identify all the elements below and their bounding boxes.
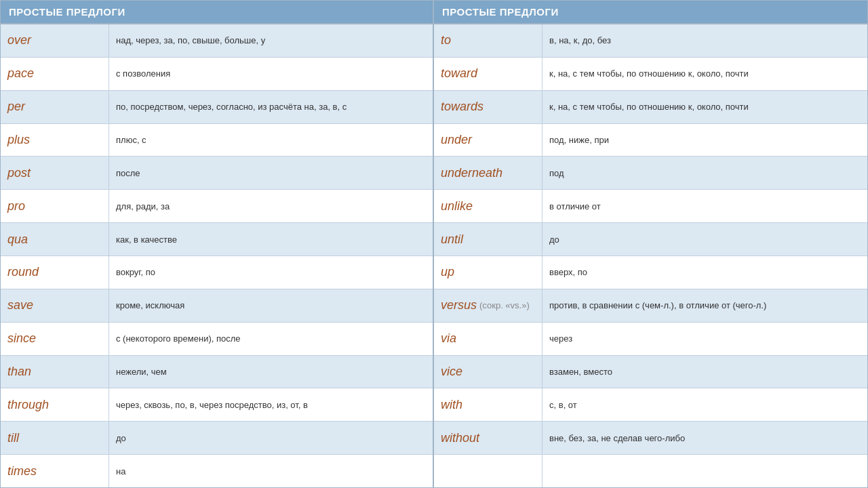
- right-word-12: without: [434, 422, 542, 454]
- right-half: ПРОСТЫЕ ПРЕДЛОГИ toв, на, к, до, безtowa…: [434, 1, 867, 487]
- right-row-3: underпод, ниже, при: [434, 124, 867, 157]
- right-rows: toв, на, к, до, безtowardк, на, с тем чт…: [434, 24, 867, 487]
- right-trans-9: через: [542, 323, 867, 355]
- left-word-13: times: [1, 455, 109, 487]
- right-word-4: underneath: [434, 157, 542, 189]
- right-word-7: up: [434, 256, 542, 289]
- left-word-6: qua: [1, 223, 109, 256]
- left-word-9: since: [1, 323, 109, 355]
- left-row-7: roundвокруг, по: [1, 256, 433, 289]
- left-trans-2: по, посредством, через, согласно, из рас…: [109, 91, 433, 123]
- left-word-4: post: [1, 157, 109, 189]
- left-word-8: save: [1, 289, 109, 322]
- right-row-6: untilдо: [434, 223, 867, 256]
- left-trans-0: над, через, за, по, свыше, больше, у: [109, 24, 433, 57]
- right-row-1: towardк, на, с тем чтобы, по отношению к…: [434, 58, 867, 91]
- left-trans-5: для, ради, за: [109, 190, 433, 222]
- right-trans-12: вне, без, за, не сделав чего-либо: [542, 422, 867, 454]
- left-row-3: plusплюс, с: [1, 124, 433, 157]
- left-trans-8: кроме, исключая: [109, 289, 433, 322]
- left-trans-11: через, сквозь, по, в, через посредство, …: [109, 388, 433, 421]
- right-word-13: [434, 455, 542, 487]
- left-trans-1: с позволения: [109, 58, 433, 90]
- right-trans-13: [542, 455, 867, 487]
- left-word-2: per: [1, 91, 109, 123]
- right-row-12: withoutвне, без, за, не сделав чего-либо: [434, 422, 867, 455]
- left-row-0: overнад, через, за, по, свыше, больше, у: [1, 24, 433, 58]
- left-row-10: thanнежели, чем: [1, 356, 433, 389]
- right-row-2: towardsк, на, с тем чтобы, по отношению …: [434, 91, 867, 124]
- main-table: ПРОСТЫЕ ПРЕДЛОГИ overнад, через, за, по,…: [0, 0, 868, 488]
- left-trans-12: до: [109, 422, 433, 454]
- right-word-0: to: [434, 24, 542, 57]
- right-trans-7: вверх, по: [542, 256, 867, 289]
- right-word-3: under: [434, 124, 542, 157]
- right-trans-2: к, на, с тем чтобы, по отношению к, окол…: [542, 91, 867, 123]
- right-trans-10: взамен, вместо: [542, 356, 867, 388]
- right-row-5: unlikeв отличие от: [434, 190, 867, 223]
- left-row-2: perпо, посредством, через, согласно, из …: [1, 91, 433, 124]
- left-row-4: postпосле: [1, 157, 433, 190]
- left-trans-6: как, в качестве: [109, 223, 433, 256]
- right-row-11: withс, в, от: [434, 388, 867, 422]
- right-word-1: toward: [434, 58, 542, 90]
- right-row-8: versus (сокр. «vs.»)против, в сравнении …: [434, 289, 867, 323]
- right-header: ПРОСТЫЕ ПРЕДЛОГИ: [434, 1, 867, 24]
- left-row-6: quaкак, в качестве: [1, 223, 433, 256]
- left-word-1: pace: [1, 58, 109, 90]
- left-word-7: round: [1, 256, 109, 289]
- left-trans-10: нежели, чем: [109, 356, 433, 388]
- left-word-0: over: [1, 24, 109, 57]
- right-trans-4: под: [542, 157, 867, 189]
- right-word-11: with: [434, 388, 542, 421]
- right-row-10: viceвзамен, вместо: [434, 356, 867, 389]
- right-row-13: [434, 455, 867, 487]
- left-row-12: tillдо: [1, 422, 433, 455]
- left-trans-9: с (некоторого времени), после: [109, 323, 433, 355]
- right-row-9: viaчерез: [434, 323, 867, 356]
- left-word-11: through: [1, 388, 109, 421]
- right-word-9: via: [434, 323, 542, 355]
- left-half: ПРОСТЫЕ ПРЕДЛОГИ overнад, через, за, по,…: [1, 1, 434, 487]
- right-trans-1: к, на, с тем чтобы, по отношению к, окол…: [542, 58, 867, 90]
- right-trans-11: с, в, от: [542, 388, 867, 421]
- right-row-0: toв, на, к, до, без: [434, 24, 867, 58]
- right-row-4: underneathпод: [434, 157, 867, 190]
- left-trans-13: на: [109, 455, 433, 487]
- right-word-8: versus (сокр. «vs.»): [434, 289, 542, 322]
- left-row-1: paceс позволения: [1, 58, 433, 91]
- left-rows: overнад, через, за, по, свыше, больше, у…: [1, 24, 433, 487]
- right-word-5: unlike: [434, 190, 542, 222]
- left-row-13: timesна: [1, 455, 433, 487]
- right-trans-8: против, в сравнении с (чем-л.), в отличи…: [542, 289, 867, 322]
- left-word-12: till: [1, 422, 109, 454]
- left-trans-7: вокруг, по: [109, 256, 433, 289]
- left-row-9: sinceс (некоторого времени), после: [1, 323, 433, 356]
- left-trans-4: после: [109, 157, 433, 189]
- left-word-3: plus: [1, 124, 109, 157]
- left-trans-3: плюс, с: [109, 124, 433, 157]
- right-trans-3: под, ниже, при: [542, 124, 867, 157]
- right-word-2: towards: [434, 91, 542, 123]
- right-trans-5: в отличие от: [542, 190, 867, 222]
- left-word-10: than: [1, 356, 109, 388]
- left-header: ПРОСТЫЕ ПРЕДЛОГИ: [1, 1, 433, 24]
- right-word-10: vice: [434, 356, 542, 388]
- left-word-5: pro: [1, 190, 109, 222]
- right-word-6: until: [434, 223, 542, 256]
- right-row-7: upвверх, по: [434, 256, 867, 289]
- left-row-11: throughчерез, сквозь, по, в, через посре…: [1, 388, 433, 422]
- right-trans-6: до: [542, 223, 867, 256]
- left-row-8: saveкроме, исключая: [1, 289, 433, 323]
- left-row-5: proдля, ради, за: [1, 190, 433, 223]
- right-trans-0: в, на, к, до, без: [542, 24, 867, 57]
